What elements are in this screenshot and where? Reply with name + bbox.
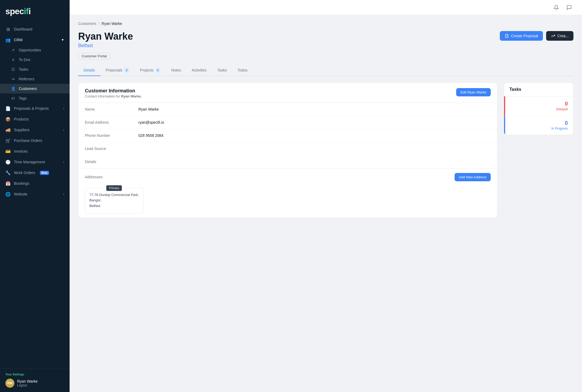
subtitle-name: Ryan Warke. — [121, 94, 142, 98]
delayed-number: 0 — [511, 101, 568, 107]
user-name: Ryan Warke — [17, 379, 38, 383]
clock-icon: 🕐 — [5, 159, 11, 165]
user-info: RW Ryan Warke Logout — [5, 379, 64, 388]
tool-icon: 🔧 — [5, 170, 11, 175]
field-value-phone: 028 9558 2084 — [138, 133, 491, 138]
sidebar-subitem-label: Customers — [19, 86, 37, 91]
credit-card-icon: 💳 — [5, 149, 11, 154]
field-label-email: Email Address — [85, 120, 138, 125]
customer-location: Belfast — [78, 43, 133, 48]
sidebar-footer: Your Settings RW Ryan Warke Logout — [0, 368, 70, 392]
sidebar-item-products[interactable]: 📦 Products — [0, 114, 70, 125]
logo-text: specifi — [5, 6, 64, 16]
sidebar-item-crm[interactable]: 👥 CRM ▼ — [0, 35, 70, 45]
tab-details[interactable]: Details — [78, 65, 100, 76]
tab-todos[interactable]: Todos — [232, 65, 253, 76]
main-content: Customers / Ryan Warke Ryan Warke Belfas… — [70, 0, 582, 392]
chevron-right-icon: › — [63, 192, 64, 196]
sidebar-item-referrers[interactable]: ↪ Referrers — [0, 74, 70, 84]
file-text-icon: 📄 — [5, 106, 11, 111]
tab-projects[interactable]: Projects 2 — [135, 65, 166, 76]
sidebar-item-work-orders[interactable]: 🔧 Work Orders Beta — [0, 167, 70, 178]
sidebar-item-tags[interactable]: 🏷 Tags — [0, 93, 70, 103]
tab-projects-label: Projects — [140, 68, 154, 72]
tabs-bar: Details Proposals 2 Projects 2 Notes Act… — [78, 65, 573, 76]
sidebar-item-opportunities[interactable]: ↗ Opportunities — [0, 45, 70, 55]
address-card-wrapper: Primary 77-78 Dunlop Commercial Park, Ba… — [85, 184, 143, 213]
user-details: Ryan Warke Logout — [17, 379, 38, 387]
create-other-button[interactable]: Crea... — [546, 31, 573, 41]
field-label-name: Name — [85, 107, 138, 111]
sidebar-item-label: Products — [14, 117, 29, 121]
sidebar-subitem-label: To Dos — [19, 58, 31, 62]
sidebar-item-customers[interactable]: 👤 Customers — [0, 84, 70, 93]
calendar-icon: 📅 — [5, 181, 11, 186]
add-address-button[interactable]: Add New Address — [455, 173, 491, 181]
tasks-sidebar: Tasks 0 Delayed 0 In Progress — [504, 82, 573, 218]
addresses-section: Addresses Add New Address Primary 77-78 … — [78, 168, 497, 218]
users-icon: 👥 — [5, 37, 11, 43]
sidebar-subitem-label: Tasks — [19, 67, 28, 71]
check-square-icon: ☑ — [11, 67, 16, 72]
content-grid: Customer Information Contact information… — [78, 82, 573, 218]
tab-tasks[interactable]: Tasks — [212, 65, 232, 76]
create-proposal-button[interactable]: Create Proposal — [500, 31, 543, 41]
grid-icon: ⊞ — [5, 27, 11, 32]
avatar-initials: RW — [7, 381, 13, 385]
tab-proposals-label: Proposals — [106, 68, 122, 72]
subtitle-prefix: Contact information for — [85, 94, 120, 98]
sidebar-item-label: Website — [14, 192, 27, 196]
info-row-lead-source: Lead Source — [78, 142, 497, 155]
field-label-details: Details — [85, 160, 138, 164]
sidebar-subitem-label: Opportunities — [19, 48, 41, 52]
sidebar-item-label: Invoices — [14, 149, 28, 153]
sidebar-item-proposals-projects[interactable]: 📄 Proposals & Projects › — [0, 103, 70, 114]
sidebar-item-invoices[interactable]: 💳 Invoices — [0, 146, 70, 157]
create-proposal-label: Create Proposal — [511, 34, 538, 38]
tasks-title: Tasks — [504, 83, 573, 96]
tab-notes-label: Notes — [171, 68, 181, 72]
tab-activities[interactable]: Activities — [186, 65, 212, 76]
addresses-label: Addresses — [85, 175, 103, 179]
sidebar-item-time-management[interactable]: 🕐 Time Management › — [0, 157, 70, 167]
sidebar-item-label: Work Orders — [14, 171, 35, 175]
message-icon[interactable] — [565, 3, 573, 12]
list-icon: ≡ — [11, 57, 16, 62]
sidebar-item-label: CRM — [14, 38, 22, 42]
card-header: Customer Information Contact information… — [78, 83, 497, 103]
sidebar-item-suppliers[interactable]: 🚚 Suppliers › — [0, 125, 70, 135]
logo: specifi — [0, 0, 70, 22]
tab-proposals[interactable]: Proposals 2 — [100, 65, 135, 76]
address-card: Primary 77-78 Dunlop Commercial Park, Ba… — [85, 188, 143, 213]
sidebar: specifi ⊞ Dashboard 👥 CRM ▼ ↗ Opportunit… — [0, 0, 70, 392]
sidebar-item-label: Dashboard — [14, 27, 32, 31]
sidebar-item-tasks[interactable]: ☑ Tasks — [0, 65, 70, 74]
info-row-email: Email Address ryan@specifi.io — [78, 116, 497, 129]
sidebar-subitem-label: Referrers — [19, 77, 34, 81]
package-icon: 📦 — [5, 116, 11, 122]
card-header-text: Customer Information Contact information… — [85, 88, 142, 98]
info-row-name: Name Ryan Warke — [78, 103, 497, 116]
breadcrumb-parent[interactable]: Customers — [78, 21, 96, 26]
sidebar-item-bookings[interactable]: 📅 Bookings — [0, 178, 70, 189]
sidebar-item-purchase-orders[interactable]: 🛒 Purchase Orders — [0, 135, 70, 146]
tab-notes[interactable]: Notes — [166, 65, 187, 76]
projects-count-badge: 2 — [155, 67, 161, 73]
sidebar-navigation: ⊞ Dashboard 👥 CRM ▼ ↗ Opportunities ≡ To… — [0, 22, 70, 368]
sidebar-item-website[interactable]: 🌐 Website › — [0, 189, 70, 199]
customer-header: Ryan Warke Belfast Create Proposal Crea.… — [78, 31, 573, 48]
sidebar-item-todos[interactable]: ≡ To Dos — [0, 55, 70, 65]
sidebar-item-label: Time Management — [14, 160, 45, 164]
edit-customer-button[interactable]: Edit Ryan Warke — [456, 88, 491, 96]
logout-button[interactable]: Logout — [17, 383, 38, 387]
customer-portal-badge[interactable]: Customer Portal — [78, 53, 110, 59]
card-subtitle: Contact information for Ryan Warke. — [85, 94, 142, 98]
user-icon: 👤 — [11, 86, 16, 91]
breadcrumb-separator: / — [99, 21, 100, 26]
main-panel: Customer Information Contact information… — [78, 82, 497, 218]
sidebar-item-dashboard[interactable]: ⊞ Dashboard — [0, 24, 70, 35]
notification-icon[interactable] — [552, 3, 561, 12]
address-line2: Bangor, — [89, 198, 139, 203]
customer-info-card: Customer Information Contact information… — [78, 82, 497, 218]
create-other-label: Crea... — [557, 34, 569, 38]
